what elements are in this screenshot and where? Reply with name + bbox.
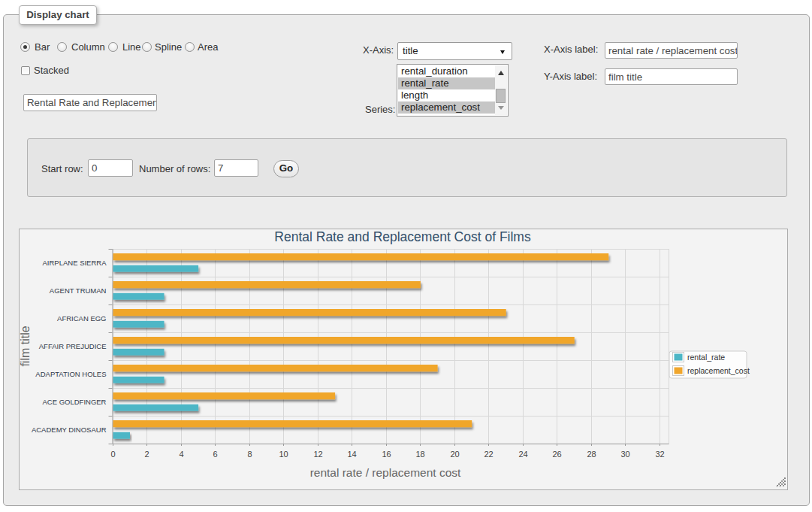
svg-text:32: 32 xyxy=(655,450,664,459)
svg-text:AGENT TRUMAN: AGENT TRUMAN xyxy=(50,286,107,295)
svg-text:rental_rate: rental_rate xyxy=(687,353,725,362)
svg-text:AFFAIR PREJUDICE: AFFAIR PREJUDICE xyxy=(39,342,107,350)
svg-text:film title: film title xyxy=(20,326,32,366)
svg-text:2: 2 xyxy=(144,450,149,459)
svg-text:AFRICAN EGG: AFRICAN EGG xyxy=(57,314,106,323)
svg-text:26: 26 xyxy=(552,450,561,459)
svg-text:Rental Rate and Replacement Co: Rental Rate and Replacement Cost of Film… xyxy=(274,229,531,244)
svg-text:24: 24 xyxy=(518,450,527,459)
svg-text:28: 28 xyxy=(587,450,596,459)
svg-text:16: 16 xyxy=(382,450,391,459)
svg-text:4: 4 xyxy=(179,450,183,459)
svg-text:8: 8 xyxy=(247,450,252,459)
svg-text:20: 20 xyxy=(450,450,459,459)
svg-text:rental rate / replacement cost: rental rate / replacement cost xyxy=(310,466,461,479)
svg-text:ADAPTATION HOLES: ADAPTATION HOLES xyxy=(35,370,106,378)
svg-text:10: 10 xyxy=(279,450,288,459)
svg-text:replacement_cost: replacement_cost xyxy=(687,366,750,375)
svg-text:12: 12 xyxy=(313,450,322,459)
svg-text:14: 14 xyxy=(347,450,356,459)
svg-text:6: 6 xyxy=(213,450,217,459)
svg-text:30: 30 xyxy=(620,450,629,459)
svg-text:ACE GOLDFINGER: ACE GOLDFINGER xyxy=(43,398,107,406)
svg-text:22: 22 xyxy=(484,450,493,459)
svg-text:AIRPLANE SIERRA: AIRPLANE SIERRA xyxy=(43,259,107,267)
svg-text:ACADEMY DINOSAUR: ACADEMY DINOSAUR xyxy=(32,426,107,434)
svg-text:0: 0 xyxy=(110,450,115,459)
svg-text:18: 18 xyxy=(415,450,424,459)
